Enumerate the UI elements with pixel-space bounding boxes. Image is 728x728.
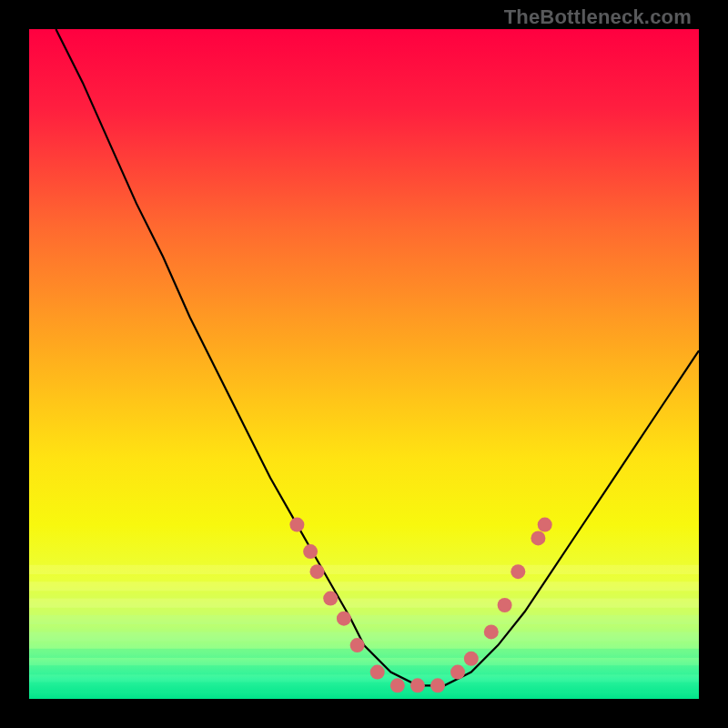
data-marker bbox=[303, 544, 318, 559]
data-marker bbox=[337, 612, 351, 626]
watermark-text: TheBottleneck.com bbox=[504, 5, 692, 29]
svg-rect-6 bbox=[29, 649, 699, 658]
data-marker bbox=[390, 678, 405, 693]
svg-rect-8 bbox=[29, 682, 699, 692]
data-marker bbox=[464, 652, 479, 666]
data-marker bbox=[484, 624, 499, 639]
data-marker bbox=[370, 665, 385, 680]
svg-rect-3 bbox=[29, 599, 699, 608]
data-marker bbox=[531, 531, 545, 545]
data-marker bbox=[430, 678, 445, 693]
data-marker bbox=[450, 665, 465, 680]
svg-rect-1 bbox=[29, 565, 699, 574]
svg-rect-7 bbox=[29, 665, 699, 674]
data-marker bbox=[289, 518, 304, 532]
data-marker bbox=[310, 564, 325, 579]
data-marker bbox=[498, 598, 512, 612]
bottleneck-chart bbox=[29, 29, 699, 699]
data-marker bbox=[538, 518, 552, 532]
data-marker bbox=[511, 564, 525, 579]
svg-rect-2 bbox=[29, 581, 699, 591]
data-marker bbox=[323, 592, 338, 606]
svg-rect-5 bbox=[29, 632, 699, 641]
svg-rect-4 bbox=[29, 615, 699, 624]
data-marker bbox=[410, 678, 425, 693]
data-marker bbox=[350, 638, 365, 652]
